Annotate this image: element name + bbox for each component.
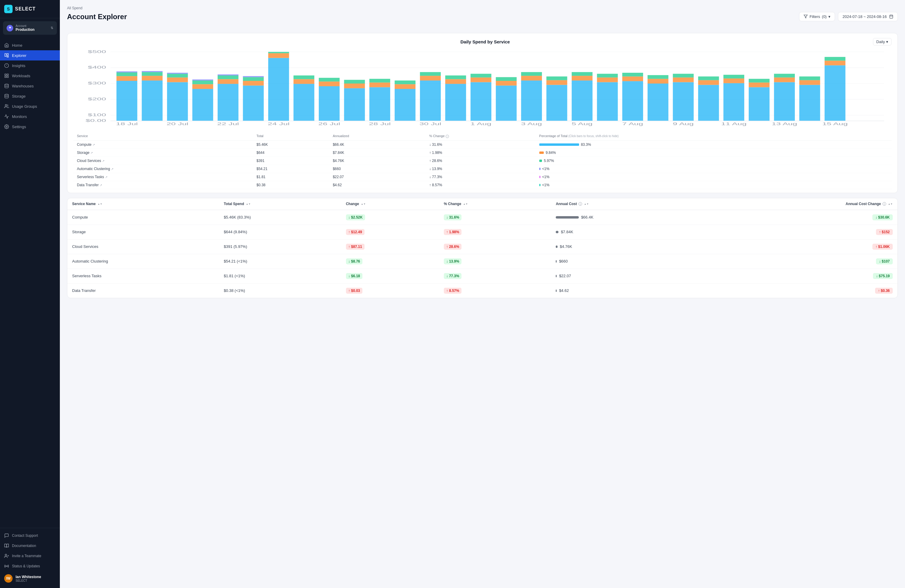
sidebar-label-explorer: Explorer xyxy=(12,53,26,58)
svg-rect-68 xyxy=(344,84,365,88)
sidebar-item-storage[interactable]: Storage xyxy=(0,91,60,101)
warehouses-icon xyxy=(4,84,9,88)
workloads-icon xyxy=(4,73,9,78)
sidebar-item-usage-groups[interactable]: Usage Groups xyxy=(0,101,60,111)
svg-rect-74 xyxy=(395,84,416,89)
mini-table-row[interactable]: Data Transfer ↗ $0.38 $4.62 ↑ 8.57% <1% xyxy=(73,181,892,189)
chart-area: $500 $400 $300 $200 $100 $0.00 xyxy=(67,46,897,129)
svg-rect-57 xyxy=(243,76,264,77)
filters-chevron: ▾ xyxy=(829,14,830,19)
svg-point-10 xyxy=(5,84,8,85)
sidebar-item-explorer[interactable]: Explorer xyxy=(0,50,60,60)
table-row[interactable]: Serverless Tasks $1.81 (<1%) ↓ $6.18 ↓ 7… xyxy=(67,269,897,283)
sidebar-item-status-updates[interactable]: Status & Updates xyxy=(0,561,60,571)
granularity-select[interactable]: Daily ▾ xyxy=(873,38,892,46)
mini-service-name: Cloud Services ↗ xyxy=(73,157,253,165)
svg-rect-109 xyxy=(698,85,719,121)
svg-text:22 Jul: 22 Jul xyxy=(217,122,239,126)
table-row[interactable]: Data Transfer $0.38 (<1%) ↑ $0.03 ↑ 8.57… xyxy=(67,283,897,298)
mini-table-row[interactable]: Cloud Services ↗ $391 $4.76K ↑ 28.6% 5.9… xyxy=(73,157,892,165)
svg-rect-41 xyxy=(142,71,163,72)
col-pct-change[interactable]: % Change ▲▼ xyxy=(439,198,551,210)
cell-annual-cost: $4.62 xyxy=(551,283,708,298)
mini-table-row[interactable]: Automatic Clustering ↗ $54.21 $660 ↓ 13.… xyxy=(73,165,892,173)
mini-service-name: Storage ↗ xyxy=(73,148,253,157)
svg-rect-124 xyxy=(824,65,845,121)
table-row[interactable]: Automatic Clustering $54.21 (<1%) ↓ $8.7… xyxy=(67,254,897,269)
date-range-button[interactable]: 2024-07-18 ~ 2024-08-16 xyxy=(838,12,898,21)
svg-rect-59 xyxy=(268,53,289,58)
col-service-name[interactable]: Service Name ▲▼ xyxy=(67,198,219,210)
svg-rect-77 xyxy=(420,76,441,81)
svg-rect-2 xyxy=(7,56,8,57)
svg-rect-52 xyxy=(218,75,238,79)
sidebar-item-settings[interactable]: Settings xyxy=(0,122,60,132)
sidebar-item-warehouses[interactable]: Warehouses xyxy=(0,81,60,91)
svg-text:$300: $300 xyxy=(88,81,106,85)
mini-total: $644 xyxy=(253,148,329,157)
sidebar-item-invite-teammate[interactable]: Invite a Teammate xyxy=(0,551,60,561)
mini-pct-change: ↑ 28.6% xyxy=(426,157,535,165)
svg-text:$0.00: $0.00 xyxy=(86,119,106,122)
cell-change: ↓ $2.52K xyxy=(341,210,439,225)
mini-total: $1.81 xyxy=(253,173,329,181)
table-row[interactable]: Cloud Services $391 (5.97%) ↑ $87.11 ↑ 2… xyxy=(67,239,897,254)
svg-rect-111 xyxy=(698,76,719,80)
logo-area: S SELECT xyxy=(0,0,60,18)
svg-rect-40 xyxy=(142,72,163,76)
sidebar-item-home[interactable]: Home xyxy=(0,40,60,50)
svg-rect-87 xyxy=(496,77,517,81)
svg-rect-47 xyxy=(192,84,213,89)
svg-rect-118 xyxy=(774,82,795,121)
explorer-icon xyxy=(4,53,9,58)
sidebar-label-storage: Storage xyxy=(12,94,26,99)
svg-rect-0 xyxy=(5,54,6,56)
mini-annualized: $66.4K xyxy=(329,140,426,148)
svg-rect-76 xyxy=(420,81,441,121)
svg-text:30 Jul: 30 Jul xyxy=(419,122,441,126)
table-row[interactable]: Compute $5.46K (83.3%) ↓ $2.52K ↓ 31.6% … xyxy=(67,210,897,225)
svg-text:18 Jul: 18 Jul xyxy=(116,122,138,126)
sidebar-label-usage-groups: Usage Groups xyxy=(12,104,37,109)
svg-text:28 Jul: 28 Jul xyxy=(369,122,391,126)
monitors-icon xyxy=(4,114,9,119)
col-change[interactable]: Change ▲▼ xyxy=(341,198,439,210)
table-row[interactable]: Storage $644 (9.84%) ↑ $12.49 ↑ 1.98% $7… xyxy=(67,224,897,239)
sidebar-label-home: Home xyxy=(12,43,22,48)
svg-rect-102 xyxy=(622,73,643,76)
cell-annual-cost-change: ↓ $107 xyxy=(708,254,897,269)
svg-text:$400: $400 xyxy=(88,65,106,69)
mini-table-row[interactable]: Compute ↗ $5.46K $66.4K ↓ 31.6% 83.3% xyxy=(73,140,892,148)
cell-pct-change: ↓ 77.3% xyxy=(439,269,551,283)
account-switcher[interactable]: Account Production ⇅ xyxy=(3,21,57,35)
svg-rect-58 xyxy=(268,58,289,121)
user-avatar: IW xyxy=(4,574,13,583)
cell-change: ↓ $8.76 xyxy=(341,254,439,269)
cell-annual-cost-change: ↓ $30.6K xyxy=(708,210,897,225)
sidebar-item-insights[interactable]: Insights xyxy=(0,60,60,71)
col-annual-cost-change[interactable]: Annual Cost Change i ▲▼ xyxy=(708,198,897,210)
date-range-label: 2024-07-18 ~ 2024-08-16 xyxy=(843,14,887,19)
account-label: Account xyxy=(16,24,48,27)
col-total-spend[interactable]: Total Spend ▲▼ xyxy=(219,198,341,210)
mini-annualized: $7.84K xyxy=(329,148,426,157)
snowflake-icon xyxy=(8,26,12,30)
sidebar-label-warehouses: Warehouses xyxy=(12,84,34,88)
mini-table-row[interactable]: Serverless Tasks ↗ $1.81 $22.07 ↓ 77.3% … xyxy=(73,173,892,181)
svg-rect-43 xyxy=(167,78,188,82)
sidebar-item-contact-support[interactable]: Contact Support xyxy=(0,531,60,541)
svg-rect-95 xyxy=(572,76,592,81)
mini-pct-total: 5.97% xyxy=(536,157,892,165)
sidebar-item-workloads[interactable]: Workloads xyxy=(0,71,60,81)
svg-rect-113 xyxy=(723,78,744,83)
mini-pct-total: <1% xyxy=(536,181,892,189)
sidebar-item-monitors[interactable]: Monitors xyxy=(0,111,60,122)
mini-table-row[interactable]: Storage ↗ $644 $7.84K ↑ 1.98% 9.84% xyxy=(73,148,892,157)
col-annual-cost[interactable]: Annual Cost i ▲▼ xyxy=(551,198,708,210)
filters-button[interactable]: Filters (0) ▾ xyxy=(799,12,835,21)
mini-pct-change: ↑ 8.57% xyxy=(426,181,535,189)
cell-annual-cost: $66.4K xyxy=(551,210,708,225)
sidebar-item-documentation[interactable]: Documentation xyxy=(0,541,60,551)
mini-total: $5.46K xyxy=(253,140,329,148)
svg-rect-84 xyxy=(470,74,491,77)
